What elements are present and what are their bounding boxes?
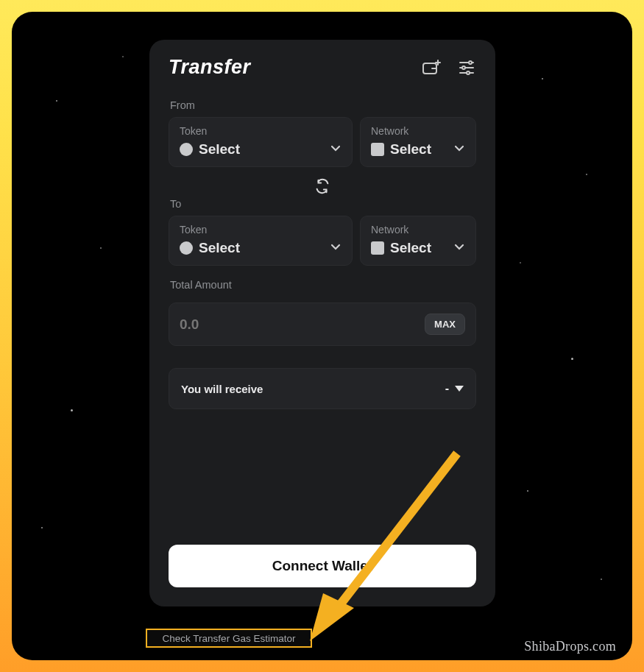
from-token-field-label: Token: [180, 125, 342, 137]
to-token-value: Select: [199, 240, 240, 256]
chevron-down-icon: [330, 241, 342, 255]
from-token-select[interactable]: Select: [180, 141, 342, 158]
from-label: From: [170, 99, 476, 111]
receive-value-wrap: -: [445, 382, 464, 395]
to-token-select[interactable]: Select: [180, 240, 342, 256]
network-square-icon: [371, 241, 384, 255]
from-network-field-label: Network: [371, 125, 465, 137]
receive-label: You will receive: [181, 383, 263, 395]
svg-point-2: [462, 66, 465, 69]
receive-row[interactable]: You will receive -: [169, 368, 476, 409]
to-network-value: Select: [390, 240, 431, 256]
chevron-down-icon: [330, 142, 342, 157]
gas-estimator-link[interactable]: Check Transfer Gas Estimator: [146, 629, 312, 648]
sliders-icon[interactable]: [457, 58, 476, 77]
chevron-down-icon: [453, 241, 465, 255]
from-network-value: Select: [390, 141, 431, 158]
to-label: To: [170, 198, 476, 210]
svg-point-3: [467, 71, 470, 74]
amount-input[interactable]: [180, 316, 425, 333]
to-network-field-label: Network: [371, 224, 465, 236]
max-button[interactable]: MAX: [425, 314, 465, 335]
token-dot-icon: [180, 143, 193, 156]
card-header: Transfer: [169, 56, 476, 79]
stage-dark: Transfer: [12, 12, 632, 660]
swap-button[interactable]: [312, 176, 333, 197]
to-token-field: Token Select: [169, 216, 353, 266]
token-dot-icon: [180, 241, 193, 255]
transfer-card: Transfer: [149, 40, 495, 606]
to-network-select[interactable]: Select: [371, 240, 465, 256]
swap-row: [169, 176, 476, 197]
to-row: Token Select Network: [169, 216, 476, 266]
connect-wallet-button[interactable]: Connect Wallet: [169, 545, 476, 587]
header-actions: [422, 58, 476, 77]
svg-point-1: [469, 61, 472, 64]
page-root: Transfer: [0, 0, 644, 672]
from-token-field: Token Select: [169, 117, 353, 167]
amount-row: MAX: [169, 303, 476, 346]
caret-down-icon: [455, 386, 464, 392]
card-title: Transfer: [169, 56, 251, 79]
receive-value: -: [445, 382, 449, 395]
chevron-down-icon: [453, 142, 465, 157]
gas-estimator-label: Check Transfer Gas Estimator: [163, 633, 296, 644]
from-row: Token Select Network: [169, 117, 476, 167]
from-token-value: Select: [199, 141, 240, 158]
wallet-plus-icon[interactable]: [422, 58, 441, 77]
to-network-field: Network Select: [360, 216, 476, 266]
from-network-select[interactable]: Select: [371, 141, 465, 158]
to-token-field-label: Token: [180, 224, 342, 236]
network-square-icon: [371, 143, 384, 156]
watermark: ShibaDrops.com: [524, 639, 616, 654]
amount-label: Total Amount: [170, 279, 476, 291]
from-network-field: Network Select: [360, 117, 476, 167]
